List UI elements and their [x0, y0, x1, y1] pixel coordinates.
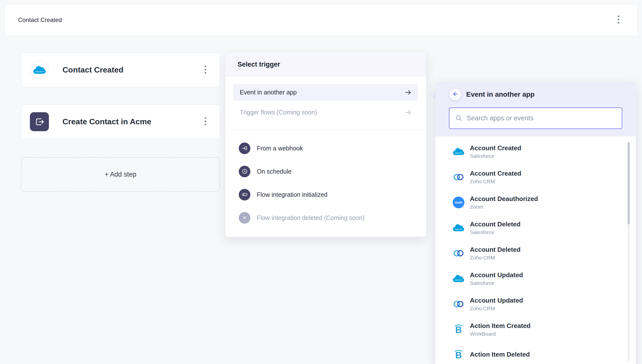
panel-header: Event in another app — [435, 82, 636, 100]
popover-header: Select trigger — [225, 52, 426, 77]
select-trigger-popover: Select trigger Event in another app Trig… — [225, 52, 426, 237]
zoho-crm-icon — [452, 298, 465, 310]
event-title: Account Deauthorized — [470, 195, 538, 203]
page-title: Contact Created — [18, 16, 62, 24]
event-title: Account Updated — [470, 296, 523, 304]
option-on-schedule[interactable]: On schedule — [233, 160, 418, 183]
event-app-name: Zoho CRM — [470, 254, 521, 261]
event-title: Account Deleted — [470, 220, 521, 228]
webhook-in-icon — [239, 142, 250, 154]
zoho-crm-icon — [452, 247, 465, 260]
event-list-item[interactable]: Account Updated Zoho CRM — [435, 291, 636, 317]
salesforce-icon: salesforce — [452, 272, 465, 285]
event-list-item[interactable]: Account Created Zoho CRM — [435, 164, 636, 190]
event-app-name: Zoho CRM — [470, 178, 521, 185]
option-label: On schedule — [257, 168, 291, 175]
event-list-item[interactable]: B Action Item Created WorkBoard — [435, 317, 636, 342]
step-title: Create Contact in Acme — [63, 117, 200, 126]
arrow-left-icon — [452, 90, 459, 98]
event-app-name: Salesforce — [470, 229, 521, 236]
scrollbar-thumb[interactable] — [628, 142, 630, 224]
top-bar: Contact Created — [5, 4, 637, 36]
event-list-item[interactable]: Account Deleted Zoho CRM — [435, 240, 636, 266]
step-menu-button[interactable] — [200, 63, 211, 78]
kebab-icon — [204, 117, 206, 127]
event-app-name: WorkBoard — [470, 330, 531, 337]
svg-text:salesforce: salesforce — [455, 279, 463, 281]
workboard-icon: B — [452, 323, 465, 336]
zoom-icon: zoom — [452, 196, 465, 209]
event-list-item[interactable]: salesforce Account Created Salesforce — [435, 139, 636, 164]
event-title: Action Item Deleted — [470, 350, 530, 358]
arrow-right-icon — [404, 89, 412, 96]
search-input[interactable] — [466, 114, 616, 122]
search-box[interactable] — [449, 108, 622, 129]
option-flow-integration-initialized[interactable]: Flow integration initialized — [233, 183, 418, 206]
event-title: Account Created — [470, 144, 521, 152]
search-icon — [455, 114, 462, 122]
panel-title: Event in another app — [466, 90, 535, 98]
option-label: Flow integration deleted (Coming soon) — [257, 214, 364, 222]
event-title: Account Updated — [470, 271, 523, 279]
step-menu-button[interactable] — [200, 114, 211, 129]
workboard-icon: B — [452, 348, 465, 361]
event-list-item[interactable]: salesforce Account Deleted Salesforce — [435, 215, 636, 240]
salesforce-icon: salesforce — [30, 60, 49, 80]
toggle-icon — [239, 189, 250, 200]
zoho-crm-icon — [452, 171, 465, 184]
step-card-trigger[interactable]: salesforce Contact Created — [21, 53, 220, 87]
arrow-right-icon — [404, 109, 412, 116]
export-icon — [30, 112, 49, 131]
event-app-name: Zoho CRM — [470, 305, 523, 312]
kebab-icon — [204, 65, 206, 75]
x-icon — [239, 212, 250, 224]
row-label: Trigger flows (Coming soon) — [240, 109, 317, 116]
svg-text:B: B — [455, 350, 462, 360]
add-step-button[interactable]: + Add step — [21, 157, 220, 192]
add-step-label: + Add step — [105, 171, 136, 178]
option-label: Flow integration initialized — [257, 191, 327, 198]
svg-text:B: B — [455, 325, 462, 335]
row-event-in-another-app[interactable]: Event in another app — [233, 84, 418, 100]
event-app-name: Salesforce — [470, 153, 521, 159]
svg-text:zoom: zoom — [455, 201, 462, 204]
event-in-another-app-panel: Event in another app salesforce Account … — [435, 82, 636, 364]
salesforce-icon: salesforce — [452, 145, 465, 158]
option-flow-integration-deleted: Flow integration deleted (Coming soon) — [233, 206, 418, 229]
option-from-webhook[interactable]: From a webhook — [233, 136, 418, 160]
trigger-options: From a webhook On schedule Flow integrat… — [225, 130, 426, 236]
svg-text:salesforce: salesforce — [455, 228, 463, 230]
event-list-item[interactable]: B Action Item Deleted — [435, 342, 636, 364]
event-app-name: Zoom — [470, 204, 538, 210]
event-title: Action Item Created — [470, 322, 531, 330]
step-card-action[interactable]: Create Contact in Acme — [21, 104, 220, 139]
svg-text:salesforce: salesforce — [35, 70, 44, 73]
event-list: salesforce Account Created Salesforce Ac… — [435, 136, 636, 364]
svg-text:salesforce: salesforce — [455, 152, 463, 154]
option-label: From a webhook — [257, 145, 303, 152]
popover-title: Select trigger — [238, 61, 280, 68]
event-title: Account Deleted — [470, 246, 521, 254]
event-list-item[interactable]: salesforce Account Updated Salesforce — [435, 266, 636, 291]
salesforce-icon: salesforce — [452, 222, 465, 234]
flow-menu-button[interactable] — [613, 12, 624, 27]
row-label: Event in another app — [240, 89, 297, 96]
step-title: Contact Created — [63, 65, 200, 74]
back-button[interactable] — [450, 88, 461, 100]
event-list-item[interactable]: zoom Account Deauthorized Zoom — [435, 190, 636, 215]
event-title: Account Created — [470, 170, 521, 177]
trigger-primary-rows: Event in another app Trigger flows (Comi… — [225, 77, 426, 120]
row-trigger-flows: Trigger flows (Coming soon) — [233, 104, 418, 120]
kebab-icon — [617, 15, 619, 25]
event-app-name: Salesforce — [470, 280, 523, 286]
clock-icon — [239, 166, 250, 177]
